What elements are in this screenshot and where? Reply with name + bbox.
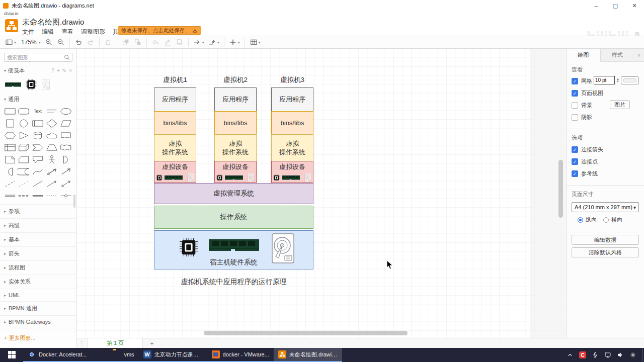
- clear-default-style-button[interactable]: 清除默认风格: [572, 247, 639, 257]
- shape-dashed-line[interactable]: [3, 178, 17, 189]
- shape-square[interactable]: [3, 118, 17, 129]
- connection-arrows-checkbox[interactable]: ✓: [572, 146, 578, 153]
- shape-rounded-rectangle[interactable]: [17, 106, 31, 117]
- sidebar-section-杂项[interactable]: ▸杂项: [0, 204, 76, 218]
- shape-tape[interactable]: [59, 142, 72, 153]
- host-hardware-box[interactable]: 宿主机硬件系统: [154, 230, 313, 269]
- vm2-devices-layer[interactable]: 虚拟设备: [214, 161, 257, 183]
- shape-ellipse[interactable]: [59, 106, 72, 117]
- search-input[interactable]: [4, 53, 72, 62]
- add-page-button[interactable]: +: [143, 338, 161, 348]
- menu-arrange[interactable]: 调整图形: [81, 28, 105, 36]
- waypoints-button[interactable]: ▾: [206, 37, 221, 48]
- shape-hexagon[interactable]: [3, 130, 17, 141]
- shape-and[interactable]: [3, 166, 17, 177]
- tray-volume-icon[interactable]: [616, 351, 624, 359]
- more-shapes-button[interactable]: + 更多图形...: [0, 331, 76, 345]
- horizontal-scrollbar[interactable]: [204, 331, 408, 335]
- tray-chevron-up-icon[interactable]: [566, 351, 574, 359]
- zoom-in-button[interactable]: [43, 37, 55, 48]
- shape-cloud[interactable]: [45, 130, 58, 141]
- vm2-bins-layer[interactable]: bins/libs: [214, 111, 257, 135]
- shape-line[interactable]: [31, 178, 45, 189]
- tray-mic-icon[interactable]: [591, 351, 599, 359]
- guides-checkbox[interactable]: ✓: [572, 170, 578, 177]
- edit-data-button[interactable]: 编辑数据: [572, 235, 639, 245]
- zoom-out-button[interactable]: [55, 37, 67, 48]
- close-button[interactable]: ✕: [625, 0, 644, 11]
- taskbar-item-chrome[interactable]: Docker: Accelerat...: [23, 348, 91, 362]
- shape-or[interactable]: [59, 154, 72, 165]
- menu-view[interactable]: 查看: [61, 28, 73, 36]
- vm3-devices-layer[interactable]: 虚拟设备: [271, 161, 313, 183]
- disk-icon[interactable]: [41, 79, 50, 90]
- scratchpad-help-icon[interactable]: ?: [51, 68, 54, 73]
- background-checkbox[interactable]: [572, 102, 578, 109]
- taskbar-item-drawio[interactable]: 未命名绘图.drawio...: [274, 348, 342, 362]
- shape-step[interactable]: [31, 142, 45, 153]
- paper-size-select[interactable]: A4 (210 mm x 297 mm) ▾: [572, 202, 639, 212]
- vm2-app-layer[interactable]: 应用程序: [214, 87, 257, 112]
- shape-directional-connector[interactable]: [45, 178, 58, 189]
- vm3-title[interactable]: 虚拟机3: [271, 74, 313, 86]
- tab-diagram[interactable]: 绘图: [567, 49, 601, 62]
- portrait-radio[interactable]: [578, 217, 583, 223]
- pages-menu-icon[interactable]: ⋮: [76, 338, 88, 348]
- sidebar-section-UML[interactable]: ▸UML: [0, 289, 76, 301]
- shape-text[interactable]: Text: [31, 106, 45, 117]
- shape-data-storage[interactable]: [17, 166, 31, 177]
- start-button[interactable]: [0, 348, 23, 362]
- shape-note[interactable]: [3, 154, 17, 165]
- page-view-checkbox[interactable]: ✓: [572, 90, 578, 97]
- vm2-title[interactable]: 虚拟机2: [214, 74, 257, 86]
- vm1-title[interactable]: 虚拟机1: [154, 74, 196, 86]
- grid-checkbox[interactable]: ✓: [572, 78, 578, 84]
- shape-textbox[interactable]: [45, 106, 58, 117]
- tray-recorder-icon[interactable]: C: [579, 351, 587, 359]
- shape-bidirectional-arrow[interactable]: [45, 166, 58, 177]
- shape-bidirectional-connector[interactable]: [59, 178, 72, 189]
- diagram-caption[interactable]: 虚拟机系统中应用程序的运行原理: [154, 278, 313, 287]
- show-desktop-button[interactable]: [642, 348, 644, 362]
- sidebar-section-箭头[interactable]: ▸箭头: [0, 246, 76, 260]
- table-button[interactable]: ▾: [248, 37, 263, 48]
- shape-link[interactable]: [3, 191, 17, 201]
- scratchpad-add-icon[interactable]: +: [57, 68, 60, 73]
- shape-card[interactable]: [17, 154, 31, 165]
- shape-actor[interactable]: [45, 154, 58, 165]
- sidebar-section-高级[interactable]: ▸高级: [0, 218, 76, 232]
- vm3-guest-os-layer[interactable]: 虚拟 操作系统: [271, 134, 313, 161]
- vm1-devices-layer[interactable]: 虚拟设备: [154, 161, 196, 183]
- shape-solid-edge[interactable]: [31, 191, 45, 201]
- shape-triangle[interactable]: [17, 130, 31, 141]
- vertical-scrollbar[interactable]: [558, 160, 563, 218]
- diagram-canvas[interactable]: 虚拟机1 应用程序 bins/libs 虚拟 操作系统 虚拟设备 虚拟机2 应用…: [76, 49, 566, 338]
- vm3-bins-layer[interactable]: bins/libs: [271, 111, 313, 135]
- shape-cylinder[interactable]: [31, 130, 45, 141]
- grid-color-button[interactable]: [621, 76, 639, 84]
- taskbar-item-word[interactable]: W北京动力节点课程-...: [139, 348, 207, 362]
- menu-file[interactable]: 文件: [22, 28, 34, 36]
- shape-rectangle[interactable]: [3, 106, 17, 117]
- menu-edit[interactable]: 编辑: [42, 28, 54, 36]
- connection-points-checkbox[interactable]: ✓: [572, 158, 578, 165]
- sidebar-scrollbar[interactable]: [73, 195, 75, 208]
- sidebar-section-实体关系[interactable]: ▸实体关系: [0, 275, 76, 289]
- shape-dotted-edge[interactable]: [45, 191, 58, 201]
- zoom-level-button[interactable]: 175%▾: [18, 37, 43, 48]
- vm1-column[interactable]: 虚拟机1 应用程序 bins/libs 虚拟 操作系统 虚拟设备: [154, 74, 196, 183]
- maximize-button[interactable]: ▢: [606, 0, 625, 11]
- shape-diamond[interactable]: [45, 118, 58, 129]
- tab-style[interactable]: 样式: [601, 49, 634, 61]
- grid-size-stepper[interactable]: ▲▼: [616, 78, 619, 83]
- background-image-button[interactable]: 图片: [610, 100, 630, 109]
- connection-button[interactable]: ▾: [191, 37, 206, 48]
- taskbar-item-folder[interactable]: vms: [108, 348, 138, 362]
- undo-button[interactable]: [72, 37, 85, 48]
- page-tab-1[interactable]: 第 1 页: [88, 338, 143, 348]
- shadow-checkbox[interactable]: [572, 114, 578, 121]
- vm2-guest-os-layer[interactable]: 虚拟 操作系统: [214, 134, 257, 161]
- ram-icon[interactable]: [5, 82, 21, 87]
- tray-stop-icon[interactable]: [629, 351, 637, 359]
- grid-size-input[interactable]: [594, 76, 615, 84]
